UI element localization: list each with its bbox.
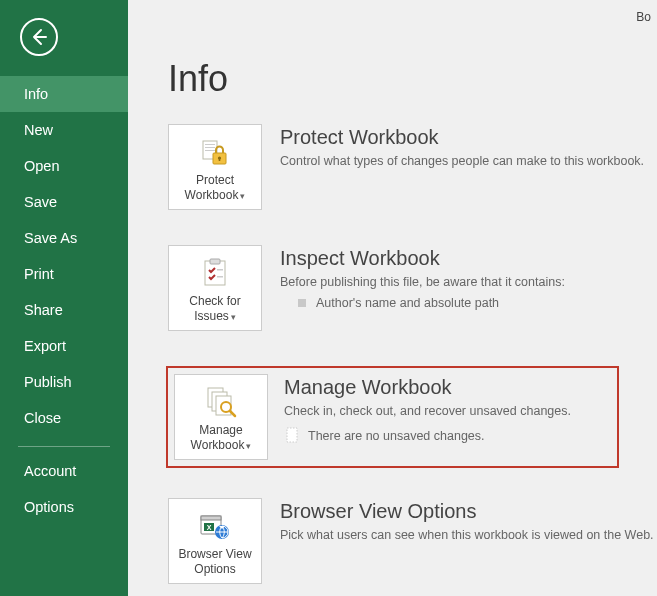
main-panel: Bo Info Protect Workbook▾ Protect Workbo… xyxy=(128,0,657,596)
svg-rect-3 xyxy=(205,150,215,151)
nav-save[interactable]: Save xyxy=(0,184,128,220)
checklist-icon xyxy=(199,256,231,290)
back-button[interactable] xyxy=(20,18,58,56)
browser-view-options-button[interactable]: X Browser View Options xyxy=(168,498,262,584)
nav-label: Save As xyxy=(24,230,77,246)
section-title: Browser View Options xyxy=(280,500,654,523)
inspect-bullet: Author's name and absolute path xyxy=(280,296,565,310)
svg-rect-2 xyxy=(205,147,215,148)
nav-new[interactable]: New xyxy=(0,112,128,148)
nav-print[interactable]: Print xyxy=(0,256,128,292)
back-arrow-icon xyxy=(29,27,49,47)
svg-rect-18 xyxy=(201,516,221,520)
nav-label: Account xyxy=(24,463,76,479)
section-title: Protect Workbook xyxy=(280,126,644,149)
nav-label: Options xyxy=(24,499,74,515)
section-body: Manage Workbook Check in, check out, and… xyxy=(284,368,571,446)
nav-label: Save xyxy=(24,194,57,210)
section-browser: X Browser View Options Browser View Opti… xyxy=(168,498,657,584)
section-protect: Protect Workbook▾ Protect Workbook Contr… xyxy=(168,124,657,210)
nav-save-as[interactable]: Save As xyxy=(0,220,128,256)
section-desc: Before publishing this file, be aware th… xyxy=(280,274,565,292)
backstage-sidebar: Info New Open Save Save As Print Share E… xyxy=(0,0,128,596)
nav-label: Export xyxy=(24,338,66,354)
status-text: There are no unsaved changes. xyxy=(308,429,485,443)
section-body: Protect Workbook Control what types of c… xyxy=(280,124,644,171)
protect-workbook-button[interactable]: Protect Workbook▾ xyxy=(168,124,262,210)
titlebar-fragment: Bo xyxy=(636,10,651,24)
lock-icon xyxy=(199,135,231,169)
page-title: Info xyxy=(168,58,657,100)
svg-rect-1 xyxy=(205,144,215,145)
svg-rect-9 xyxy=(217,269,223,271)
tile-label: Check for Issues▾ xyxy=(173,294,257,324)
section-desc: Control what types of changes people can… xyxy=(280,153,644,171)
browser-view-icon: X xyxy=(198,509,232,543)
nav-export[interactable]: Export xyxy=(0,328,128,364)
check-for-issues-button[interactable]: Check for Issues▾ xyxy=(168,245,262,331)
nav-label: New xyxy=(24,122,53,138)
chevron-down-icon: ▾ xyxy=(246,441,251,451)
bullet-text: Author's name and absolute path xyxy=(316,296,499,310)
nav-info[interactable]: Info xyxy=(0,76,128,112)
chevron-down-icon: ▾ xyxy=(240,191,245,201)
manage-workbook-button[interactable]: Manage Workbook▾ xyxy=(174,374,268,460)
section-desc: Check in, check out, and recover unsaved… xyxy=(284,403,571,421)
tile-label: Manage Workbook▾ xyxy=(179,423,263,453)
svg-text:X: X xyxy=(207,524,212,531)
section-title: Inspect Workbook xyxy=(280,247,565,270)
tile-label: Browser View Options xyxy=(173,547,257,577)
svg-rect-7 xyxy=(205,261,225,285)
section-manage-highlighted: Manage Workbook▾ Manage Workbook Check i… xyxy=(166,366,619,468)
nav-label: Publish xyxy=(24,374,72,390)
nav-account[interactable]: Account xyxy=(0,453,128,489)
section-body: Inspect Workbook Before publishing this … xyxy=(280,245,565,310)
section-inspect: Check for Issues▾ Inspect Workbook Befor… xyxy=(168,245,657,331)
nav-open[interactable]: Open xyxy=(0,148,128,184)
nav-share[interactable]: Share xyxy=(0,292,128,328)
manage-workbook-icon xyxy=(204,385,238,419)
svg-rect-16 xyxy=(287,428,297,442)
svg-rect-8 xyxy=(210,259,220,264)
nav-label: Info xyxy=(24,86,48,102)
nav-close[interactable]: Close xyxy=(0,400,128,436)
section-title: Manage Workbook xyxy=(284,376,571,399)
svg-rect-6 xyxy=(219,158,221,161)
section-body: Browser View Options Pick what users can… xyxy=(280,498,654,545)
nav-label: Print xyxy=(24,266,54,282)
bullet-icon xyxy=(298,299,306,307)
tile-label: Protect Workbook▾ xyxy=(173,173,257,203)
manage-status: There are no unsaved changes. xyxy=(284,427,571,446)
chevron-down-icon: ▾ xyxy=(231,312,236,322)
nav-publish[interactable]: Publish xyxy=(0,364,128,400)
document-icon xyxy=(286,427,300,446)
section-desc: Pick what users can see when this workbo… xyxy=(280,527,654,545)
nav-label: Open xyxy=(24,158,59,174)
nav-label: Share xyxy=(24,302,63,318)
nav-label: Close xyxy=(24,410,61,426)
svg-rect-10 xyxy=(217,276,223,278)
nav-options[interactable]: Options xyxy=(0,489,128,525)
nav-divider xyxy=(18,446,110,447)
